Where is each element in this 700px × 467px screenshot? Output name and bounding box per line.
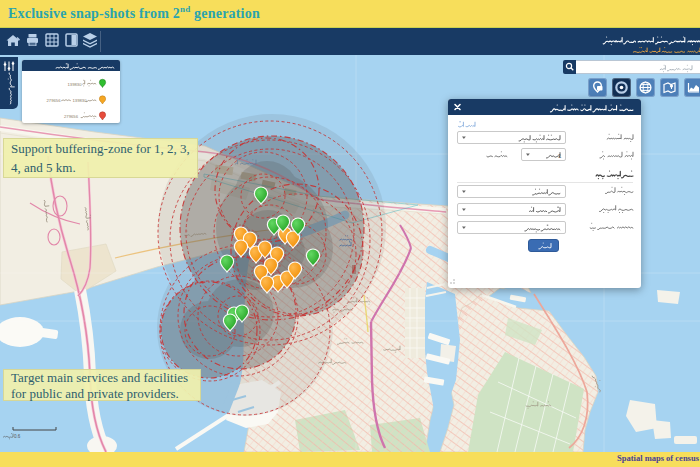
svg-text:279656: 279656 <box>64 114 79 119</box>
svg-text:1: 1 <box>558 153 562 159</box>
svg-text:139830: 139830 <box>73 98 88 103</box>
svg-text:139830: 139830 <box>68 82 83 87</box>
svg-text:279656: 279656 <box>47 98 62 103</box>
svg-text:0.6: 0.6 <box>14 434 21 439</box>
